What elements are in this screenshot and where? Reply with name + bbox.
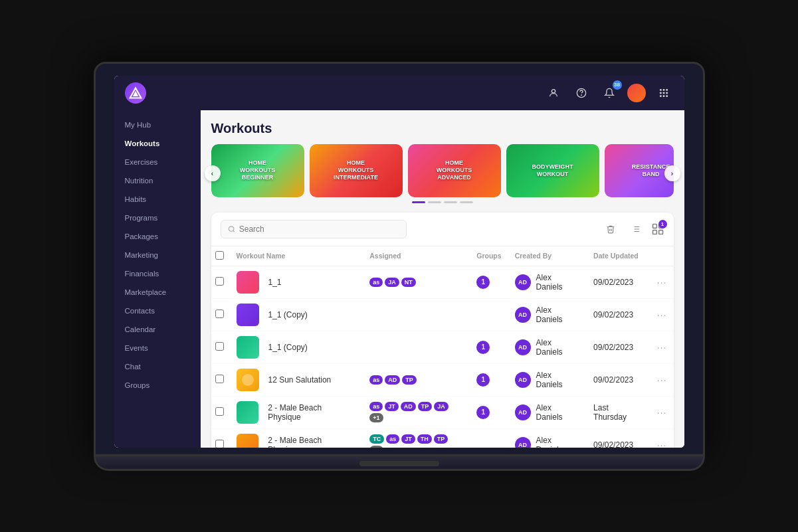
help-icon[interactable] bbox=[571, 83, 591, 103]
app-logo[interactable] bbox=[125, 82, 146, 104]
workout-thumbnail bbox=[237, 304, 259, 326]
filter-btn[interactable] bbox=[626, 219, 646, 239]
sidebar-item-workouts[interactable]: Workouts bbox=[114, 134, 201, 153]
tag: JT bbox=[401, 434, 415, 444]
row-more-btn[interactable]: ··· bbox=[657, 277, 667, 288]
col-checkbox bbox=[211, 246, 230, 266]
page-title: Workouts bbox=[211, 121, 674, 136]
sidebar-item-my-hub[interactable]: My Hub bbox=[114, 116, 201, 134]
sidebar-item-financials[interactable]: Financials bbox=[114, 264, 201, 283]
workout-carousel: ‹ HOMEWORKOUTSBEGINNER HOMEWORKOUTSINTER… bbox=[211, 144, 674, 203]
svg-rect-24 bbox=[652, 230, 656, 234]
creator-cell: AD Alex Daniels bbox=[515, 403, 580, 422]
table-row: 12 Sun Salutation as AD TP bbox=[211, 363, 674, 396]
svg-rect-22 bbox=[652, 224, 656, 228]
tag-plus: +2 bbox=[369, 446, 383, 448]
svg-rect-10 bbox=[666, 92, 668, 94]
creator-cell: AD Alex Daniels bbox=[515, 273, 580, 292]
sidebar-item-exercises[interactable]: Exercises bbox=[114, 153, 201, 171]
sidebar-item-contacts[interactable]: Contacts bbox=[114, 302, 201, 320]
row-checkbox[interactable] bbox=[215, 407, 224, 416]
carousel-dot-2[interactable] bbox=[428, 201, 441, 203]
row-more-btn[interactable]: ··· bbox=[657, 375, 667, 385]
creator-cell: AD Alex Daniels bbox=[515, 306, 580, 324]
col-date-updated: Date Updated bbox=[587, 246, 650, 266]
tag: TP bbox=[418, 402, 433, 411]
row-checkbox[interactable] bbox=[215, 277, 224, 286]
carousel-card-5[interactable]: RESISTANCEBAND bbox=[605, 144, 674, 197]
svg-point-4 bbox=[581, 95, 581, 96]
tag: TH bbox=[417, 434, 432, 444]
sidebar-item-packages[interactable]: Packages bbox=[114, 227, 201, 246]
table-row: 2 - Male Beach Physique as JT AD bbox=[211, 396, 674, 428]
workout-count-badge[interactable]: 1 bbox=[651, 222, 664, 236]
group-badge: 1 bbox=[476, 406, 490, 419]
date-updated: 09/02/2023 bbox=[587, 331, 650, 363]
workout-thumbnail bbox=[237, 271, 259, 294]
assigned-tags: as JT AD TP JA +1 bbox=[369, 402, 463, 422]
tag-plus: +1 bbox=[369, 413, 383, 422]
search-box[interactable] bbox=[221, 220, 407, 238]
user-avatar[interactable] bbox=[627, 84, 646, 102]
sidebar-item-marketing[interactable]: Marketing bbox=[114, 246, 201, 264]
carousel-card-1[interactable]: HOMEWORKOUTSBEGINNER bbox=[211, 144, 304, 197]
grid-icon[interactable] bbox=[654, 83, 674, 103]
tag: AD bbox=[385, 375, 400, 385]
svg-rect-8 bbox=[660, 92, 662, 94]
row-checkbox[interactable] bbox=[215, 342, 224, 351]
carousel-dot-3[interactable] bbox=[444, 201, 457, 203]
workout-name-cell: 1_1 (Copy) bbox=[237, 336, 357, 359]
workout-thumbnail bbox=[237, 369, 259, 391]
search-input[interactable] bbox=[239, 224, 399, 234]
table-row: 1_1 (Copy) AD Alex Daniels bbox=[211, 298, 674, 331]
workout-name-cell: 1_1 (Copy) bbox=[237, 304, 357, 326]
workouts-table: Workout Name Assigned Groups Created By … bbox=[211, 246, 674, 448]
delete-btn[interactable] bbox=[601, 219, 621, 239]
row-more-btn[interactable]: ··· bbox=[657, 342, 667, 353]
bell-notification[interactable]: 38 bbox=[599, 83, 619, 103]
workout-name-cell: 2 - Male Beach Physique bbox=[237, 434, 357, 448]
user-icon[interactable] bbox=[544, 83, 563, 103]
svg-line-15 bbox=[233, 230, 234, 232]
carousel-next-btn[interactable]: › bbox=[664, 165, 680, 181]
sidebar-item-groups[interactable]: Groups bbox=[114, 376, 201, 395]
carousel-prev-btn[interactable]: ‹ bbox=[205, 165, 221, 181]
workout-thumbnail bbox=[237, 401, 259, 424]
tag: as bbox=[369, 402, 383, 411]
sidebar-item-nutrition[interactable]: Nutrition bbox=[114, 171, 201, 190]
carousel-dot-1[interactable] bbox=[412, 201, 425, 203]
carousel-dot-4[interactable] bbox=[460, 201, 473, 203]
search-icon bbox=[228, 225, 235, 233]
date-updated: 09/02/2023 bbox=[587, 266, 650, 298]
assigned-tags: TC as JT TH TP +2 bbox=[369, 434, 463, 448]
table-header-row: Workout Name Assigned Groups Created By … bbox=[211, 246, 674, 266]
workout-name-cell: 1_1 bbox=[237, 271, 357, 294]
date-updated: 09/02/2023 bbox=[587, 363, 650, 396]
header-actions: 38 bbox=[544, 83, 674, 103]
sidebar-item-chat[interactable]: Chat bbox=[114, 357, 201, 376]
svg-rect-13 bbox=[666, 95, 668, 97]
sidebar-item-events[interactable]: Events bbox=[114, 339, 201, 357]
row-checkbox[interactable] bbox=[215, 375, 224, 383]
sidebar: My Hub Workouts Exercises Nutrition Habi… bbox=[114, 110, 201, 448]
tag: TP bbox=[434, 434, 449, 444]
col-groups: Groups bbox=[470, 246, 508, 266]
carousel-card-3[interactable]: HOMEWORKOUTSADVANCED bbox=[408, 144, 501, 197]
sidebar-item-marketplace[interactable]: Marketplace bbox=[114, 283, 201, 302]
date-updated: 09/02/2023 bbox=[587, 428, 650, 448]
row-more-btn[interactable]: ··· bbox=[657, 310, 667, 320]
tag: TC bbox=[369, 434, 384, 444]
row-checkbox[interactable] bbox=[215, 440, 224, 448]
col-workout-name: Workout Name bbox=[230, 246, 363, 266]
workout-name-cell: 12 Sun Salutation bbox=[237, 369, 357, 391]
carousel-card-2[interactable]: HOMEWORKOUTSINTERMEDIATE bbox=[310, 144, 403, 197]
sidebar-item-programs[interactable]: Programs bbox=[114, 209, 201, 227]
sidebar-item-calendar[interactable]: Calendar bbox=[114, 320, 201, 339]
row-more-btn[interactable]: ··· bbox=[657, 407, 667, 418]
row-checkbox[interactable] bbox=[215, 310, 224, 318]
carousel-card-4[interactable]: BODYWEIGHTWORKOUT bbox=[506, 144, 599, 197]
select-all-checkbox[interactable] bbox=[215, 251, 224, 260]
sidebar-item-habits[interactable]: Habits bbox=[114, 190, 201, 209]
tag: as bbox=[369, 375, 383, 385]
row-more-btn[interactable]: ··· bbox=[657, 440, 667, 448]
